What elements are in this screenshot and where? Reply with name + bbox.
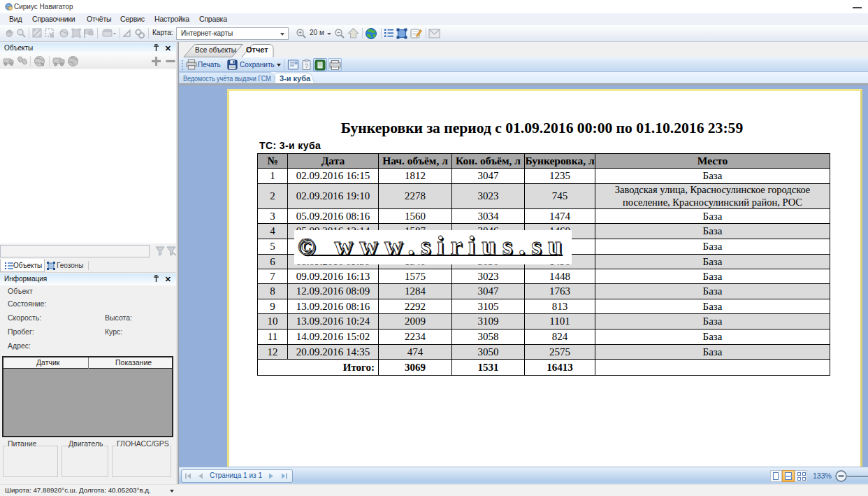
- svg-text:?: ?: [305, 62, 308, 69]
